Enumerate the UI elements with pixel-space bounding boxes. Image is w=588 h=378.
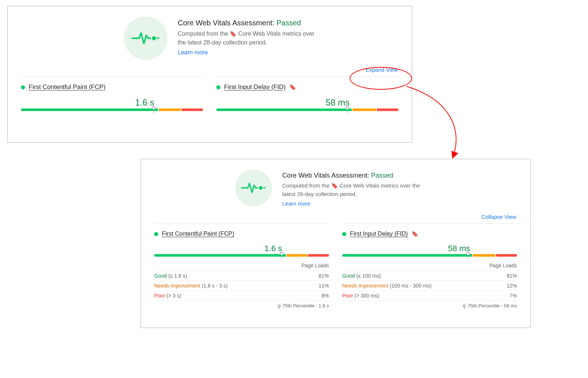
metric-header-fcp: First Contentful Paint (FCP): [21, 83, 203, 91]
bd-ni-label: Needs improvement: [342, 283, 388, 289]
bd-good-label: Good: [154, 273, 167, 279]
metric-fcp-expanded: First Contentful Paint (FCP) 1.6 s Page …: [154, 224, 329, 309]
cwv-title-prefix: Core Web Vitals Assessment:: [282, 172, 371, 179]
bd-poor-label: Poor: [154, 293, 165, 299]
svg-rect-1: [157, 38, 159, 39]
bd-poor-range: (> 3 s): [166, 293, 181, 299]
cwv-subtitle: Computed from the 🔖 Core Web Vitals metr…: [178, 29, 318, 47]
learn-more-link[interactable]: Learn more: [282, 200, 311, 207]
bd-good-range: (≤ 1.8 s): [168, 273, 187, 279]
p75-value: 1.6 s: [319, 303, 329, 309]
bd-good-label: Good: [342, 273, 355, 279]
metric-value-fcp: 1.6 s: [154, 244, 329, 253]
cwv-header-text: Core Web Vitals Assessment: Passed Compu…: [282, 170, 422, 207]
bar-marker: [152, 106, 156, 110]
bookmark-icon: 🔖: [230, 31, 237, 37]
p75-value: 58 ms: [504, 303, 517, 309]
metric-bar-fid: [342, 254, 517, 257]
bd-poor-range: (> 300 ms): [354, 293, 379, 299]
bd-ni-range: (1.8 s - 3 s): [202, 283, 228, 289]
bar-poor: [181, 108, 203, 111]
percentile-icon: ⚲: [463, 304, 466, 309]
bd-good-pct: 81%: [319, 273, 329, 279]
cwv-subtitle: Computed from the 🔖 Core Web Vitals metr…: [282, 182, 422, 198]
metrics-row: First Contentful Paint (FCP) 1.6 s Page …: [154, 224, 517, 309]
learn-more-link[interactable]: Learn more: [178, 49, 208, 56]
metric-bar-fcp: [21, 108, 203, 111]
bar-marker: [466, 252, 470, 256]
breakdown-header: Page Loads: [342, 260, 517, 271]
bd-ni-pct: 12%: [507, 283, 517, 289]
svg-point-2: [259, 186, 263, 190]
bar-poor: [496, 254, 517, 257]
breakdown-row-good: Good (≤ 1.8 s) 81%: [154, 271, 329, 281]
metric-header-fcp: First Contentful Paint (FCP): [154, 231, 329, 237]
breakdown-p75: ⚲75th Percentile - 58 ms: [342, 301, 517, 309]
metric-value-fcp: 1.6 s: [21, 97, 203, 108]
metric-bar-fcp: [154, 254, 329, 257]
status-dot-good: [342, 232, 346, 236]
cwv-header-text: Core Web Vitals Assessment: Passed Compu…: [178, 17, 318, 60]
cwv-header: Core Web Vitals Assessment: Passed Compu…: [124, 17, 399, 60]
bd-ni-label: Needs improvement: [154, 283, 200, 289]
bd-good-range: (≤ 100 ms): [356, 273, 381, 279]
bar-ni: [353, 108, 376, 111]
breakdown-row-ni: Needs improvement (100 ms - 300 ms) 12%: [342, 281, 517, 291]
bar-marker: [346, 106, 349, 110]
cwv-status: Passed: [276, 19, 301, 27]
bd-ni-pct: 11%: [319, 283, 329, 289]
breakdown-row-poor: Poor (> 3 s) 8%: [154, 291, 329, 301]
cwv-status: Passed: [371, 172, 393, 179]
cwv-sub-pre: Computed from the: [282, 182, 331, 189]
metric-header-fid: First Input Delay (FID) 🔖: [342, 231, 517, 237]
vitals-icon: [235, 170, 272, 206]
bar-good: [342, 254, 472, 257]
collapse-view-button[interactable]: Collapse View: [154, 214, 516, 220]
bar-ni: [473, 254, 495, 257]
p75-prefix: 75th Percentile -: [468, 303, 504, 309]
breakdown-row-poor: Poor (> 300 ms) 7%: [342, 291, 517, 301]
bar-good: [216, 108, 352, 111]
bd-poor-pct: 8%: [322, 293, 329, 299]
svg-rect-3: [263, 187, 266, 189]
cwv-title: Core Web Vitals Assessment: Passed: [282, 172, 422, 179]
metric-fid-expanded: First Input Delay (FID) 🔖 58 ms Page Loa…: [342, 224, 517, 309]
breakdown-fid: Page Loads Good (≤ 100 ms) 81% Needs imp…: [342, 260, 517, 309]
cwv-panel-expanded: Core Web Vitals Assessment: Passed Compu…: [141, 159, 531, 328]
cwv-title: Core Web Vitals Assessment: Passed: [178, 19, 318, 27]
breakdown-row-good: Good (≤ 100 ms) 81%: [342, 271, 517, 281]
metric-name-fcp[interactable]: First Contentful Paint (FCP): [29, 83, 106, 91]
svg-point-0: [152, 36, 156, 40]
bd-poor-pct: 7%: [510, 293, 517, 299]
metric-value-fid: 58 ms: [216, 97, 399, 108]
bookmark-icon: 🔖: [411, 231, 418, 237]
metric-name-fid[interactable]: First Input Delay (FID): [350, 231, 408, 237]
bar-good: [154, 254, 286, 257]
status-dot-good: [21, 85, 25, 89]
expand-view-button[interactable]: Expand View: [21, 67, 398, 73]
annotation-arrow: [405, 85, 478, 165]
bar-ni: [287, 254, 308, 257]
p75-prefix: 75th Percentile -: [283, 303, 319, 309]
breakdown-row-ni: Needs improvement (1.8 s - 3 s) 11%: [154, 281, 329, 291]
bar-ni: [159, 108, 181, 111]
bar-poor: [377, 108, 399, 111]
cwv-header: Core Web Vitals Assessment: Passed Compu…: [235, 170, 517, 207]
bar-marker: [280, 252, 284, 256]
metric-name-fid[interactable]: First Input Delay (FID): [224, 83, 286, 91]
breakdown-header: Page Loads: [154, 260, 329, 271]
status-dot-good: [154, 232, 158, 236]
metric-name-fcp[interactable]: First Contentful Paint (FCP): [162, 231, 234, 237]
bar-poor: [308, 254, 329, 257]
bar-good: [21, 108, 158, 111]
metric-fcp: First Contentful Paint (FCP) 1.6 s: [21, 76, 203, 111]
cwv-title-prefix: Core Web Vitals Assessment:: [178, 19, 276, 27]
percentile-icon: ⚲: [277, 304, 281, 309]
bd-good-pct: 81%: [507, 273, 517, 279]
breakdown-p75: ⚲75th Percentile - 1.6 s: [154, 301, 329, 309]
bookmark-icon: 🔖: [289, 84, 296, 90]
cwv-sub-pre: Computed from the: [178, 31, 230, 37]
metric-value-fid: 58 ms: [342, 244, 517, 253]
annotation-ellipse: [350, 67, 412, 90]
bd-poor-label: Poor: [342, 293, 353, 299]
